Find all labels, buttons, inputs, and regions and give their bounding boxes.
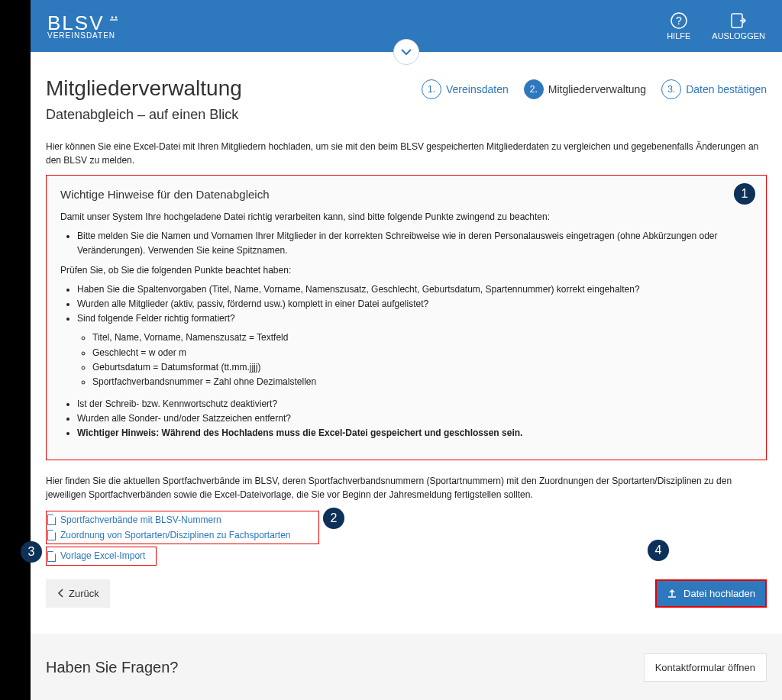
step-daten-bestaetigen[interactable]: 3. Daten bestätigen: [661, 79, 767, 99]
expand-button[interactable]: [393, 39, 419, 65]
info-box: 1 Wichtige Hinweise für den Datenabgleic…: [46, 175, 767, 460]
help-icon: ?: [670, 11, 688, 30]
logout-icon: [729, 11, 748, 30]
pdf-icon: [47, 551, 56, 562]
step-mitgliederverwaltung[interactable]: 2. Mitgliederverwaltung: [524, 79, 646, 99]
stepper: 1. Vereinsdaten 2. Mitgliederverwaltung …: [422, 79, 767, 99]
info-check-3: Sind folgende Felder richtig formatiert?…: [77, 311, 752, 389]
svg-text:?: ?: [676, 15, 682, 27]
link-sportfachverbaende[interactable]: Sportfachverbände mit BLSV-Nummern: [47, 512, 291, 527]
pdf-icon: [47, 530, 56, 540]
help-button[interactable]: ? HILFE: [667, 11, 690, 40]
callout-1: 1: [734, 183, 755, 205]
links-group-2: Vorlage Excel-Import: [46, 547, 157, 565]
info-check-3a: Titel, Name, Vorname, Namenszusatz = Tex…: [92, 331, 752, 345]
logo-subtitle: VEREINSDATEN: [47, 31, 120, 40]
info-heading: Wichtige Hinweise für den Datenabgleich: [60, 188, 752, 201]
info-check-3b: Geschlecht = w oder m: [92, 346, 752, 360]
below-text: Hier finden Sie die aktuellen Sportfachv…: [46, 474, 767, 502]
step-vereinsdaten[interactable]: 1. Vereinsdaten: [422, 79, 509, 99]
chevron-left-icon: [57, 588, 64, 598]
info-check-3c: Geburtsdatum = Datumsformat (tt.mm.jjjj): [92, 360, 752, 375]
back-button[interactable]: Zurück: [46, 579, 110, 608]
page-subtitle: Datenabgleich – auf einen Blick: [46, 107, 767, 123]
upload-button[interactable]: Datei hochladen: [655, 579, 767, 608]
logout-button[interactable]: AUSLOGGEN: [712, 11, 765, 40]
info-check-4: Ist der Schreib- bzw. Kennwortschutz dea…: [77, 397, 752, 411]
info-check-2: Wurden alle Mitglieder (aktiv, passiv, f…: [77, 297, 752, 311]
chevron-down-icon: [400, 48, 412, 56]
page-title: Mitgliederverwaltung: [46, 76, 242, 101]
info-check-1: Haben Sie die Spaltenvorgaben (Titel, Na…: [77, 282, 752, 297]
callout-4: 4: [648, 540, 669, 561]
svg-text:BLSV: BLSV: [47, 13, 105, 33]
blsv-logo-svg: BLSV: [47, 13, 120, 33]
upload-icon: [667, 588, 677, 598]
info-check-5: Wurden alle Sonder- und/oder Satzzeichen…: [77, 411, 752, 426]
callout-2: 2: [323, 508, 344, 529]
info-p2: Prüfen Sie, ob Sie die folgenden Punkte …: [60, 263, 752, 278]
pdf-icon: [47, 515, 56, 525]
footer-question: Haben Sie Fragen? Kontaktformular öffnen: [31, 634, 782, 700]
footer-question-text: Haben Sie Fragen?: [46, 659, 178, 676]
logo: BLSV VEREINSDATEN: [47, 13, 120, 40]
link-zuordnung[interactable]: Zuordnung von Sportarten/Disziplinen zu …: [47, 527, 291, 543]
info-p1: Damit unser System Ihre hochgeladene Dat…: [60, 210, 752, 224]
top-bar: BLSV VEREINSDATEN ? HILFE AUSLOGGEN: [31, 0, 782, 52]
svg-point-2: [115, 16, 118, 18]
links-group-1: Sportfachverbände mit BLSV-Nummern Zuord…: [46, 511, 319, 545]
info-bullet-names: Bitte melden Sie die Namen und Vornamen …: [77, 229, 752, 258]
intro-text: Hier können Sie eine Excel-Datei mit Ihr…: [46, 140, 767, 167]
link-vorlage-excel[interactable]: Vorlage Excel-Import: [47, 548, 145, 563]
info-check-6: Wichtiger Hinweis: Während des Hochladen…: [77, 426, 752, 440]
contact-form-button[interactable]: Kontaktformular öffnen: [644, 653, 767, 682]
callout-3: 3: [21, 541, 42, 563]
svg-point-1: [111, 16, 114, 18]
info-check-3d: Sportfachverbandsnummer = Zahl ohne Dezi…: [92, 375, 752, 389]
